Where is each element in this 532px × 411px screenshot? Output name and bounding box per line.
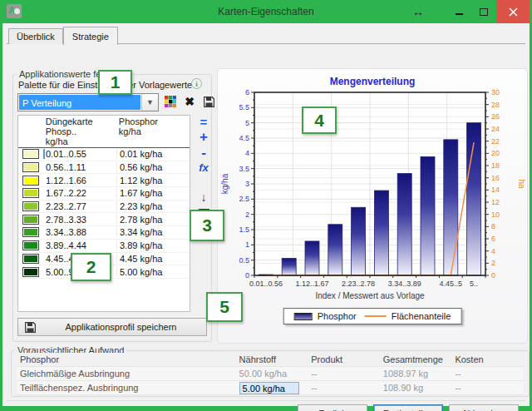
formula-fx-icon[interactable]: fx [199, 161, 209, 176]
color-swatch [22, 188, 39, 198]
svg-text:12: 12 [491, 198, 500, 206]
annotation-marker-4: 4 [302, 106, 337, 134]
info-icon[interactable]: i [191, 78, 202, 89]
table-row[interactable]: 0.01..0.550.01 kg/ha [18, 148, 190, 161]
aufwand-table: PhosphorNährstoffProduktGesamtmengeKoste… [17, 353, 524, 395]
palette-select[interactable]: P Verteilung ▼ [17, 93, 159, 111]
chevron-down-icon[interactable]: ▼ [141, 94, 158, 111]
tab-page: Applikationswerte festlegen Palette für … [7, 43, 525, 406]
maximize-button[interactable] [471, 0, 496, 23]
footer-separator [7, 400, 525, 401]
naehrstoff-input[interactable]: 5.00 kg/ha [239, 382, 299, 394]
svg-text:8: 8 [491, 222, 495, 230]
chart-legend: PhosphorFlächenanteile [283, 308, 462, 324]
value-cell[interactable]: 1.67 kg/ha [117, 188, 188, 198]
svg-text:3: 3 [245, 180, 249, 188]
resize-icon[interactable]: ↔ [401, 0, 435, 23]
svg-text:5..: 5.. [470, 280, 478, 288]
close-icon [509, 7, 518, 17]
range-cell[interactable]: 1.12..1.66 [43, 176, 117, 186]
svg-text:30: 30 [491, 88, 500, 97]
svg-text:14: 14 [491, 186, 500, 194]
fertigstellen-button[interactable]: Fertigstellen [373, 404, 443, 411]
color-swatch [22, 176, 39, 186]
gesamtmenge-value: 108.90 kg [380, 383, 452, 393]
minimize-button[interactable] [446, 0, 471, 23]
row-label: Teilflächenspez. Ausbringung [17, 383, 236, 393]
legend-item: Flächenanteile [365, 311, 451, 321]
aufwand-row: Gleichmäßige Ausbringung50.00 kg/ha--108… [17, 367, 524, 381]
gesamtmenge-value: 1088.97 kg [380, 369, 452, 379]
range-cell[interactable]: 3.89..4.44 [43, 240, 117, 250]
palette-icon[interactable] [164, 95, 177, 108]
tab-überblick[interactable]: Überblick [8, 28, 63, 44]
delete-palette-icon[interactable]: ✖ [183, 95, 196, 108]
table-row[interactable]: 3.89..4.443.89 kg/ha [18, 240, 190, 253]
tab-strategie[interactable]: Strategie [63, 27, 118, 45]
row-label: Gleichmäßige Ausbringung [17, 369, 236, 379]
fill-down-icon[interactable]: ↓ [201, 191, 207, 204]
svg-text:10: 10 [491, 210, 500, 219]
add-row-icon[interactable]: + [200, 129, 208, 146]
range-cell[interactable]: 0.56..1.11 [43, 162, 117, 172]
svg-text:2.5: 2.5 [239, 195, 249, 203]
legend-line-marker [365, 315, 387, 317]
produkt-value: -- [308, 369, 380, 379]
value-cell[interactable]: 3.89 kg/ha [117, 240, 188, 250]
svg-text:4.5: 4.5 [239, 134, 249, 142]
table-row[interactable]: 3.34..3.883.34 kg/ha [18, 226, 190, 240]
save-palette-icon[interactable] [202, 95, 215, 108]
legend-label: Flächenanteile [392, 311, 451, 321]
zurück-button[interactable]: Zurück [298, 404, 367, 411]
color-swatch [22, 267, 39, 277]
footer-buttons: ZurückFertigstellenAbbrechen [298, 404, 519, 411]
value-cell[interactable]: 5.00 kg/ha [117, 267, 188, 277]
table-row[interactable]: 0.56..1.110.56 kg/ha [18, 161, 190, 175]
range-cell[interactable]: 0.01..0.55 [43, 149, 117, 159]
col-header-range: Düngekarte Phosp..kg/ha [43, 116, 116, 147]
color-swatch [22, 240, 39, 250]
value-cell[interactable]: 0.56 kg/ha [117, 162, 188, 172]
legend-label: Phosphor [318, 311, 357, 321]
color-swatch [22, 201, 39, 211]
save-profile-button[interactable]: Applikationsprofil speichern [17, 318, 207, 336]
svg-text:20: 20 [491, 149, 500, 157]
range-cell[interactable]: 3.34..3.88 [43, 227, 117, 237]
color-swatch [22, 254, 39, 264]
naehrstoff-value: 50.00 kg/ha [236, 369, 308, 379]
svg-text:22: 22 [491, 137, 500, 146]
abbrechen-button[interactable]: Abbrechen [449, 404, 519, 411]
produkt-value: -- [308, 383, 380, 393]
annotation-marker-2: 2 [71, 253, 111, 281]
tab-strip: ÜberblickStrategie [8, 26, 118, 44]
svg-text:1.12..1.67: 1.12..1.67 [295, 280, 328, 288]
titlebar: A Karten-Eigenschaften ↔ [0, 0, 532, 23]
assign-equal-icon[interactable]: = [200, 116, 208, 129]
kosten-value: -- [451, 369, 524, 379]
svg-text:5.5: 5.5 [239, 103, 249, 111]
svg-text:2: 2 [245, 210, 249, 219]
value-cell[interactable]: 0.01 kg/ha [117, 149, 188, 159]
value-cell[interactable]: 3.34 kg/ha [117, 227, 188, 237]
remove-row-icon[interactable]: - [201, 146, 206, 161]
table-row[interactable]: 2.23..2.772.23 kg/ha [18, 201, 190, 214]
range-cell[interactable]: 2.78..3.33 [43, 215, 117, 225]
value-cell[interactable]: 2.23 kg/ha [117, 201, 188, 211]
table-row[interactable]: 1.67..2.221.67 kg/ha [18, 187, 190, 201]
range-cell[interactable]: 1.67..2.22 [43, 188, 117, 198]
close-button[interactable] [496, 0, 530, 23]
palette-select-value: P Verteilung [18, 94, 141, 111]
aufwand-header-row: PhosphorNährstoffProduktGesamtmengeKoste… [17, 353, 524, 367]
svg-text:0.01..0.56: 0.01..0.56 [249, 280, 283, 288]
table-row[interactable]: 2.78..3.332.78 kg/ha [18, 213, 190, 226]
value-cell[interactable]: 1.12 kg/ha [117, 176, 188, 186]
dialog-window: A Karten-Eigenschaften ↔ ÜberblickStrate… [0, 0, 532, 411]
svg-text:16: 16 [491, 174, 500, 182]
value-cell[interactable]: 4.45 kg/ha [117, 254, 188, 264]
svg-text:28: 28 [491, 101, 500, 109]
save-profile-label: Applikationsprofil speichern [36, 322, 206, 332]
value-cell[interactable]: 2.78 kg/ha [117, 215, 188, 225]
range-cell[interactable]: 2.23..2.77 [43, 201, 117, 211]
svg-text:2.23..2.78: 2.23..2.78 [342, 280, 375, 288]
table-row[interactable]: 1.12..1.661.12 kg/ha [18, 174, 190, 187]
